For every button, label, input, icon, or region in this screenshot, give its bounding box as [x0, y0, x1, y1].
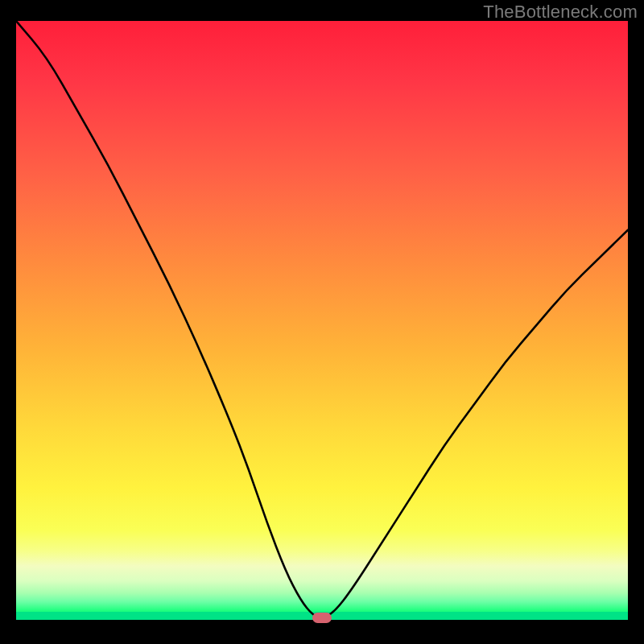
- trough-marker: [312, 613, 332, 623]
- chart-frame: TheBottleneck.com: [0, 0, 644, 644]
- watermark-text: TheBottleneck.com: [483, 2, 638, 23]
- plot-area: [16, 21, 628, 628]
- bottleneck-curve: [16, 21, 628, 628]
